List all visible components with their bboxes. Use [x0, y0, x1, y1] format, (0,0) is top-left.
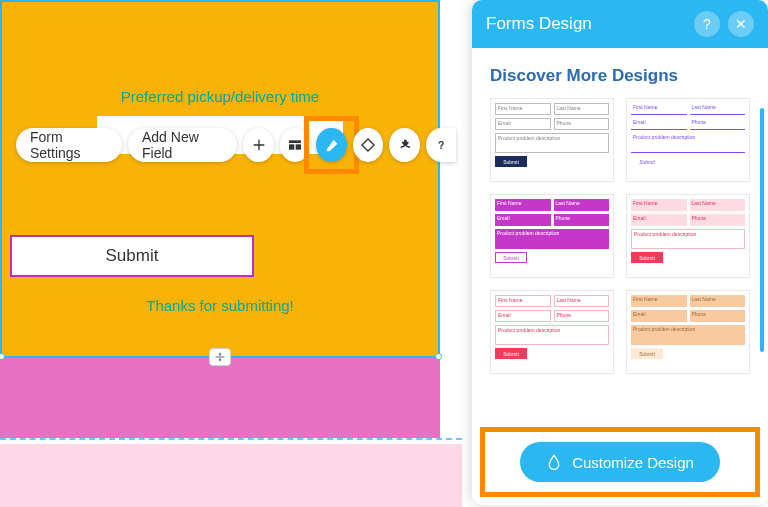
design-grid: First NameLast Name EmailPhone Product p… [490, 98, 750, 374]
panel-header: Forms Design ? ✕ [472, 0, 768, 48]
customize-design-button[interactable]: Customize Design [520, 442, 720, 482]
design-thumb-6[interactable]: First NameLast Name EmailPhone Product p… [626, 290, 750, 374]
design-thumb-4[interactable]: First NameLast Name EmailPhone Product p… [626, 194, 750, 278]
translate-icon [396, 137, 412, 153]
close-icon: ✕ [735, 16, 747, 32]
plus-icon [251, 137, 267, 153]
svg-text:?: ? [438, 139, 444, 151]
animation-button[interactable] [353, 128, 383, 162]
add-new-field-button[interactable]: Add New Field [128, 128, 237, 162]
design-thumb-1[interactable]: First NameLast Name EmailPhone Product p… [490, 98, 614, 182]
selection-handle-right[interactable] [435, 353, 442, 360]
design-button[interactable] [316, 128, 346, 162]
design-thumb-3[interactable]: First NameLast Name EmailPhone Product p… [490, 194, 614, 278]
stage-gutter [440, 0, 468, 358]
highlight-marker: Customize Design [480, 427, 760, 497]
add-button[interactable] [243, 128, 273, 162]
field-label: Preferred pickup/delivery time [2, 88, 438, 105]
diamond-icon [360, 137, 376, 153]
panel-footer: Customize Design [472, 421, 768, 505]
svg-rect-2 [296, 144, 301, 149]
droplet-icon [546, 454, 562, 470]
panel-title: Forms Design [486, 14, 686, 34]
thanks-message: Thanks for submitting! [2, 297, 438, 314]
svg-rect-1 [289, 144, 294, 149]
stretch-icon [214, 351, 226, 363]
svg-rect-0 [289, 140, 301, 143]
floating-toolbar: Form Settings Add New Field ? [16, 128, 456, 162]
stage-bg-lightpink [0, 444, 462, 507]
design-thumb-5[interactable]: First NameLast Name EmailPhone Product p… [490, 290, 614, 374]
submit-button[interactable]: Submit [10, 235, 254, 277]
highlight-marker [304, 116, 358, 174]
help-button[interactable]: ? [426, 128, 456, 162]
question-icon: ? [703, 16, 711, 32]
form-settings-button[interactable]: Form Settings [16, 128, 122, 162]
stretch-handle[interactable] [209, 348, 231, 366]
panel-close-button[interactable]: ✕ [728, 11, 754, 37]
stage-bg-pink [0, 358, 440, 438]
editor-stage: Preferred pickup/delivery time Submit Th… [0, 0, 456, 507]
question-icon: ? [434, 138, 448, 152]
panel-help-button[interactable]: ? [694, 11, 720, 37]
form-element[interactable]: Preferred pickup/delivery time Submit Th… [0, 0, 440, 358]
app-root: Preferred pickup/delivery time Submit Th… [0, 0, 768, 507]
design-thumb-2[interactable]: First NameLast Name EmailPhone Product p… [626, 98, 750, 182]
panel-subtitle: Discover More Designs [490, 66, 750, 86]
translate-button[interactable] [389, 128, 419, 162]
scrollbar-thumb[interactable] [760, 108, 764, 352]
design-panel: Forms Design ? ✕ Discover More Designs F… [472, 0, 768, 505]
panel-body: Discover More Designs First NameLast Nam… [472, 48, 768, 421]
layout-icon [287, 137, 303, 153]
